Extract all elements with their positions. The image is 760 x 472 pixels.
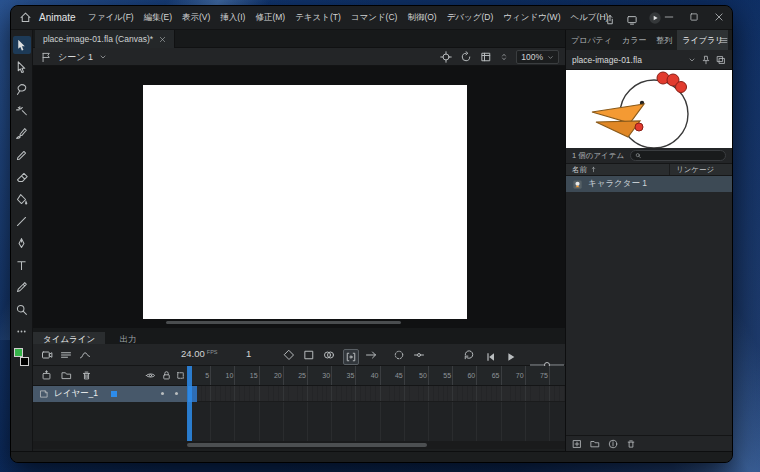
minimize-button[interactable] — [664, 12, 674, 22]
stage-horizontal-scrollbar[interactable] — [166, 321, 401, 324]
playhead[interactable] — [187, 366, 192, 441]
more-tools-icon[interactable] — [13, 322, 31, 340]
show-hide-all-icon[interactable] — [145, 370, 156, 381]
zoom-tool[interactable] — [13, 300, 31, 318]
ruler-number: 55 — [429, 367, 453, 385]
center-stage-icon[interactable] — [440, 51, 452, 63]
subselection-tool[interactable] — [13, 58, 31, 76]
zoom-stepper-icon[interactable] — [500, 52, 508, 62]
fps-control[interactable]: 24.00 FPS — [181, 348, 217, 359]
panel-menu-icon[interactable] — [719, 36, 728, 45]
test-movie-icon[interactable] — [648, 11, 662, 29]
stage-canvas[interactable] — [143, 85, 467, 319]
new-folder-icon[interactable] — [61, 370, 72, 381]
new-library-panel-icon[interactable] — [716, 55, 726, 65]
rotate-view-icon[interactable] — [460, 51, 472, 63]
eraser-tool[interactable] — [13, 168, 31, 186]
ruler-number: 60 — [453, 367, 477, 385]
timeline-toolbar: 24.00 FPS 1 — [33, 344, 567, 366]
library-item-preview — [566, 70, 732, 148]
layer-depth-icon[interactable] — [60, 349, 72, 361]
delete-item-icon[interactable] — [626, 439, 636, 449]
pencil-tool[interactable] — [13, 146, 31, 164]
brush-tool[interactable] — [13, 124, 31, 142]
play-icon[interactable] — [505, 349, 517, 367]
onion-outline-icon[interactable] — [393, 349, 405, 361]
layer-frames-track[interactable] — [187, 386, 567, 402]
pen-tool[interactable] — [13, 234, 31, 252]
magic-wand-tool[interactable] — [13, 102, 31, 120]
graph-icon[interactable] — [79, 349, 91, 361]
menu-window[interactable]: ウィンドウ(W) — [498, 12, 565, 24]
timeline-scrollbar-handle[interactable] — [187, 443, 427, 447]
tab-color[interactable]: カラー — [617, 30, 651, 50]
edit-bar: シーン 1 100% — [33, 48, 567, 66]
stroke-color-swatch[interactable] — [14, 348, 23, 357]
new-layer-icon[interactable] — [41, 370, 52, 381]
new-symbol-icon[interactable] — [572, 439, 582, 449]
selection-tool[interactable] — [13, 36, 31, 54]
tab-align[interactable]: 整列 — [651, 30, 677, 50]
lock-all-icon[interactable] — [161, 370, 172, 381]
library-document-select[interactable]: place-image-01.fla — [566, 50, 732, 70]
home-icon[interactable] — [19, 11, 32, 24]
search-input[interactable] — [644, 151, 721, 160]
library-item-row[interactable]: キャラクター 1 — [566, 176, 732, 192]
pin-library-icon[interactable] — [701, 55, 711, 65]
anchor-onion-icon[interactable] — [413, 349, 425, 361]
layer-name-cell[interactable]: レイヤー_1 — [33, 386, 187, 402]
menu-file[interactable]: ファイル(F) — [83, 12, 139, 24]
ruler-number: 70 — [501, 367, 525, 385]
zoom-select[interactable]: 100% — [516, 50, 559, 64]
menu-debug[interactable]: デバッグ(D) — [442, 12, 499, 24]
clip-content-icon[interactable] — [480, 51, 492, 63]
eyedropper-tool[interactable] — [13, 278, 31, 296]
menu-insert[interactable]: 挿入(I) — [215, 12, 250, 24]
item-properties-icon[interactable] — [608, 439, 618, 449]
column-name-header[interactable]: 名前 — [566, 164, 670, 175]
menu-commands[interactable]: コマンド(C) — [346, 12, 403, 24]
current-frame-field[interactable]: 1 — [246, 348, 251, 359]
layer-row[interactable]: レイヤー_1 — [33, 386, 567, 402]
column-linkage-header[interactable]: リンケージ — [670, 165, 732, 175]
menu-control[interactable]: 制御(O) — [402, 12, 441, 24]
menu-edit[interactable]: 編集(E) — [139, 12, 177, 24]
step-back-icon[interactable] — [485, 349, 497, 367]
menu-view[interactable]: 表示(V) — [177, 12, 215, 24]
tab-close-icon[interactable] — [159, 36, 166, 43]
paint-bucket-tool[interactable] — [13, 190, 31, 208]
camera-icon[interactable] — [41, 349, 53, 361]
menu-text[interactable]: テキスト(T) — [290, 12, 346, 24]
share-icon[interactable] — [604, 14, 616, 26]
fps-value[interactable]: 24.00 — [181, 348, 205, 359]
insert-keyframe-icon[interactable] — [283, 349, 295, 361]
close-button[interactable] — [714, 12, 724, 22]
menu-modify[interactable]: 修正(M) — [250, 12, 290, 24]
main-area: place-image-01.fla (Canvas)* シーン 1 100% — [33, 30, 567, 451]
document-tab[interactable]: place-image-01.fla (Canvas)* — [35, 30, 175, 48]
layer-lock-dot[interactable] — [175, 392, 178, 395]
loop-icon[interactable] — [463, 349, 475, 361]
layer-color-chip[interactable] — [111, 391, 117, 397]
lasso-tool[interactable] — [13, 80, 31, 98]
outline-all-icon[interactable] — [175, 370, 186, 381]
maximize-button[interactable] — [689, 12, 699, 22]
onion-skin-icon[interactable] — [323, 349, 335, 361]
create-tween-icon[interactable] — [365, 349, 377, 361]
layer-visibility-dot[interactable] — [161, 392, 164, 395]
edit-multiple-frames-icon[interactable] — [343, 349, 359, 365]
tab-properties[interactable]: プロパティ — [566, 30, 617, 50]
zoom-value: 100% — [521, 52, 543, 62]
device-preview-icon[interactable] — [626, 14, 638, 26]
scene-chevron-icon[interactable] — [99, 53, 107, 61]
delete-layer-icon[interactable] — [81, 370, 92, 381]
insert-frame-icon[interactable] — [303, 349, 315, 361]
timeline-ruler[interactable]: 5 10 15 20 25 30 35 40 45 50 55 60 65 70… — [187, 366, 567, 386]
search-icon — [635, 152, 641, 159]
line-tool[interactable] — [13, 212, 31, 230]
new-folder-library-icon[interactable] — [590, 439, 600, 449]
library-search-box[interactable] — [630, 150, 726, 161]
fill-color-swatch[interactable] — [20, 357, 29, 366]
timeline-horizontal-scrollbar[interactable] — [33, 441, 567, 449]
text-tool[interactable] — [13, 256, 31, 274]
